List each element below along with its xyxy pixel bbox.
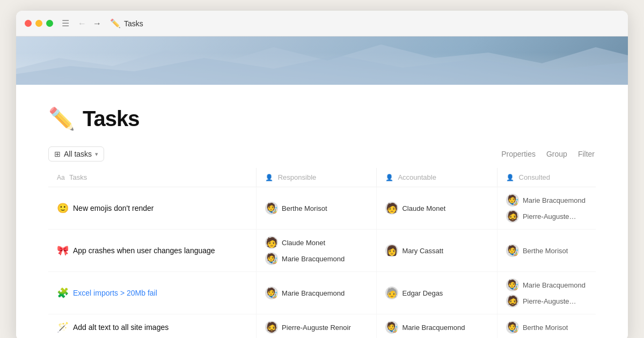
forward-arrow[interactable]: → bbox=[91, 18, 104, 30]
person-row: 🧑‍🎨Marie Bracquemond bbox=[265, 252, 368, 265]
avatar: 🧑‍🎨 bbox=[265, 286, 278, 299]
task-cell: 🧩Excel imports > 20Mb fail bbox=[48, 272, 257, 314]
person-row: 🧑‍🎨Marie Bracquemond bbox=[506, 194, 587, 207]
person-name: Claude Monet bbox=[402, 204, 445, 212]
person-name: Pierre-Auguste… bbox=[523, 212, 576, 221]
view-label: All tasks bbox=[64, 150, 92, 158]
responsible-cell: 🧔Pierre-Auguste Renoir bbox=[257, 314, 377, 339]
avatar: 🧑‍🎨 bbox=[265, 252, 278, 265]
avatar: 🧑‍🎨 bbox=[506, 278, 519, 291]
col-header-consulted: 👤 Consulted bbox=[497, 168, 596, 187]
chevron-down-icon: ▾ bbox=[95, 151, 98, 158]
hero-banner bbox=[16, 36, 628, 85]
person-name: Marie Bracquemond bbox=[282, 255, 345, 263]
menu-icon[interactable]: ☰ bbox=[62, 18, 69, 28]
task-cell: 🙂New emojis don't render bbox=[48, 187, 257, 230]
avatar: 🧓 bbox=[385, 286, 398, 299]
consulted-cell: 🧑‍🎨Berthe Morisot bbox=[497, 230, 596, 272]
task-cell: 🪄Add alt text to all site images bbox=[48, 314, 257, 339]
tasks-table: Aa Tasks 👤 Responsible 👤 Accountable 👤 C… bbox=[48, 168, 596, 338]
task-emoji: 🧩 bbox=[57, 287, 69, 299]
avatar: 🧑‍🎨 bbox=[506, 194, 519, 207]
content-area: ✏️ Tasks ⊞ All tasks ▾ Properties Group … bbox=[16, 85, 628, 338]
person-row: 🧑‍🎨Marie Bracquemond bbox=[506, 278, 587, 291]
task-label[interactable]: Add alt text to all site images bbox=[73, 323, 169, 332]
person-row: 🧓Edgar Degas bbox=[385, 286, 488, 299]
task-emoji: 🎀 bbox=[57, 245, 69, 256]
page-icon: ✏️ bbox=[48, 106, 75, 131]
person-name: Marie Bracquemond bbox=[523, 281, 586, 289]
avatar: 🧑 bbox=[385, 202, 398, 215]
person-icon-3: 👤 bbox=[506, 174, 514, 181]
avatar: 🧔 bbox=[265, 321, 278, 334]
accountable-cell: 👩Mary Cassatt bbox=[377, 230, 497, 272]
person-name: Berthe Morisot bbox=[523, 324, 568, 332]
responsible-cell: 🧑Claude Monet🧑‍🎨Marie Bracquemond bbox=[257, 230, 377, 272]
task-label[interactable]: New emojis don't render bbox=[73, 204, 154, 212]
avatar: 🧔 bbox=[506, 295, 519, 307]
minimize-button[interactable] bbox=[35, 20, 42, 27]
table-row: 🙂New emojis don't render🧑‍🎨Berthe Moriso… bbox=[48, 187, 596, 230]
avatar: 🧑‍🎨 bbox=[506, 321, 519, 334]
avatar: 🧑 bbox=[265, 236, 278, 249]
person-icon-2: 👤 bbox=[385, 174, 393, 181]
person-row: 👩Mary Cassatt bbox=[385, 244, 488, 257]
person-row: 🧔Pierre-Auguste Renoir bbox=[265, 321, 368, 334]
person-row: 🧔Pierre-Auguste… bbox=[506, 295, 587, 307]
col-header-accountable: 👤 Accountable bbox=[377, 168, 497, 187]
grid-icon: ⊞ bbox=[54, 150, 61, 158]
person-row: 🧑‍🎨Berthe Morisot bbox=[506, 244, 587, 257]
responsible-cell: 🧑‍🎨Berthe Morisot bbox=[257, 187, 377, 230]
traffic-lights bbox=[25, 20, 53, 27]
consulted-cell: 🧑‍🎨Marie Bracquemond🧔Pierre-Auguste… bbox=[497, 187, 596, 230]
task-label[interactable]: App crashes when user changes language bbox=[73, 246, 215, 255]
browser-window: ☰ ← → ✏️ Tasks ✏️ Tasks ⊞ All tasks ▾ bbox=[16, 11, 628, 338]
properties-button[interactable]: Properties bbox=[500, 148, 537, 160]
text-icon: Aa bbox=[57, 174, 65, 181]
table-row: 🪄Add alt text to all site images🧔Pierre-… bbox=[48, 314, 596, 339]
maximize-button[interactable] bbox=[46, 20, 53, 27]
consulted-cell: 🧑‍🎨Marie Bracquemond🧔Pierre-Auguste… bbox=[497, 272, 596, 314]
filter-button[interactable]: Filter bbox=[577, 148, 596, 160]
accountable-cell: 🧑‍🎨Marie Bracquemond bbox=[377, 314, 497, 339]
close-button[interactable] bbox=[25, 20, 32, 27]
table-row: 🎀App crashes when user changes language🧑… bbox=[48, 230, 596, 272]
titlebar: ☰ ← → ✏️ Tasks bbox=[16, 11, 628, 36]
person-name: Pierre-Auguste Renoir bbox=[282, 324, 351, 332]
col-header-responsible: 👤 Responsible bbox=[257, 168, 377, 187]
page-title-row: ✏️ Tasks bbox=[48, 106, 596, 131]
person-name: Pierre-Auguste… bbox=[523, 297, 576, 305]
avatar: 👩 bbox=[385, 244, 398, 257]
avatar: 🧑‍🎨 bbox=[265, 202, 278, 215]
accountable-cell: 🧑Claude Monet bbox=[377, 187, 497, 230]
person-name: Berthe Morisot bbox=[523, 247, 568, 255]
group-button[interactable]: Group bbox=[545, 148, 568, 160]
avatar: 🧑‍🎨 bbox=[506, 244, 519, 257]
view-selector[interactable]: ⊞ All tasks ▾ bbox=[48, 146, 104, 161]
view-controls: ⊞ All tasks ▾ Properties Group Filter bbox=[48, 146, 596, 168]
task-emoji: 🪄 bbox=[57, 321, 69, 333]
person-row: 🧑Claude Monet bbox=[385, 202, 488, 215]
person-row: 🧑Claude Monet bbox=[265, 236, 368, 249]
person-row: 🧔Pierre-Auguste… bbox=[506, 210, 587, 223]
page-title: Tasks bbox=[83, 107, 139, 131]
consulted-cell: 🧑‍🎨Berthe Morisot bbox=[497, 314, 596, 339]
accountable-cell: 🧓Edgar Degas bbox=[377, 272, 497, 314]
person-name: Marie Bracquemond bbox=[282, 289, 345, 297]
person-row: 🧑‍🎨Berthe Morisot bbox=[506, 321, 587, 334]
task-cell: 🎀App crashes when user changes language bbox=[48, 230, 257, 272]
table-header-row: Aa Tasks 👤 Responsible 👤 Accountable 👤 C… bbox=[48, 168, 596, 187]
tab-title: Tasks bbox=[124, 19, 143, 28]
person-name: Claude Monet bbox=[282, 239, 325, 247]
back-arrow[interactable]: ← bbox=[76, 18, 89, 30]
task-emoji: 🙂 bbox=[57, 202, 69, 214]
person-icon: 👤 bbox=[265, 174, 273, 181]
tab-icon: ✏️ bbox=[110, 18, 121, 28]
task-label[interactable]: Excel imports > 20Mb fail bbox=[73, 289, 157, 297]
avatar: 🧔 bbox=[506, 210, 519, 223]
table-row: 🧩Excel imports > 20Mb fail🧑‍🎨Marie Bracq… bbox=[48, 272, 596, 314]
person-name: Berthe Morisot bbox=[282, 204, 327, 212]
person-row: 🧑‍🎨Marie Bracquemond bbox=[385, 321, 488, 334]
person-row: 🧑‍🎨Berthe Morisot bbox=[265, 202, 368, 215]
avatar: 🧑‍🎨 bbox=[385, 321, 398, 334]
